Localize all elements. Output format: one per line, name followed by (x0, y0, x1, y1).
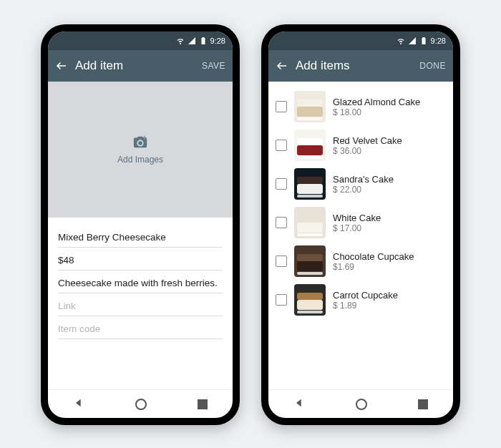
list-item[interactable]: White Cake $ 17.00 (276, 203, 446, 242)
item-price: $ 17.00 (333, 223, 446, 233)
done-button[interactable]: DONE (419, 61, 446, 71)
list-item[interactable]: Glazed Almond Cake $ 18.00 (276, 87, 446, 126)
item-link-input[interactable] (58, 293, 223, 316)
list-item[interactable]: Chocolate Cupcake $1.69 (276, 242, 446, 281)
item-thumb (294, 284, 326, 316)
back-button[interactable] (55, 59, 72, 72)
nav-back[interactable] (73, 397, 84, 412)
checkbox[interactable] (276, 217, 287, 228)
status-bar: 9:28 (48, 31, 233, 50)
app-bar: Add items DONE (268, 50, 453, 82)
item-price-input[interactable] (58, 248, 223, 271)
nav-recent[interactable] (418, 399, 428, 409)
android-nav (48, 389, 233, 418)
triangle-left-icon (293, 397, 305, 409)
arrow-left-icon (276, 59, 288, 72)
item-text: Chocolate Cupcake $1.69 (333, 251, 446, 272)
add-images-zone[interactable]: Add Images (48, 82, 233, 218)
checkbox[interactable] (276, 255, 287, 267)
android-nav (268, 389, 453, 418)
signal-icon (408, 36, 417, 45)
battery-icon (199, 36, 208, 45)
list-item[interactable]: Red Velvet Cake $ 36.00 (276, 126, 446, 165)
item-thumb (294, 168, 326, 200)
item-code-input[interactable] (58, 316, 223, 339)
camera-plus-icon (132, 135, 148, 150)
item-text: Carrot Cupcake $ 1.89 (333, 290, 446, 311)
phone-right: 9:28 Add items DONE Glazed Almond Cake $… (261, 24, 460, 425)
back-button[interactable] (276, 59, 293, 72)
item-thumb (294, 207, 326, 238)
item-name-input[interactable] (58, 225, 223, 248)
wifi-icon (397, 36, 405, 45)
item-name: Carrot Cupcake (333, 290, 446, 301)
wifi-icon (176, 36, 185, 45)
item-thumb (294, 91, 326, 122)
app-title: Add items (293, 59, 419, 73)
triangle-left-icon (73, 397, 84, 409)
item-name: White Cake (333, 213, 446, 223)
item-price: $ 36.00 (333, 146, 446, 156)
item-name: Sandra's Cake (333, 174, 446, 185)
item-list: Glazed Almond Cake $ 18.00 Red Velvet Ca… (268, 82, 453, 389)
battery-icon (419, 36, 428, 45)
status-time: 9:28 (431, 36, 446, 45)
item-text: Red Velvet Cake $ 36.00 (333, 135, 446, 156)
item-price: $ 18.00 (333, 107, 446, 117)
fields (48, 218, 233, 339)
item-name: Chocolate Cupcake (333, 251, 446, 262)
item-price: $1.69 (333, 262, 446, 272)
status-time: 9:28 (210, 36, 225, 45)
list-item[interactable]: Carrot Cupcake $ 1.89 (276, 281, 446, 319)
item-name: Glazed Almond Cake (333, 97, 446, 107)
item-thumb (294, 245, 326, 277)
status-bar: 9:28 (268, 31, 453, 50)
screen-right: 9:28 Add items DONE Glazed Almond Cake $… (268, 31, 453, 418)
content-left: Add Images (48, 82, 233, 389)
item-text: Sandra's Cake $ 22.00 (333, 174, 446, 195)
item-desc-input[interactable] (58, 271, 223, 293)
item-text: White Cake $ 17.00 (333, 213, 446, 233)
checkbox[interactable] (276, 178, 287, 190)
checkbox[interactable] (276, 294, 287, 306)
checkbox[interactable] (276, 101, 287, 112)
nav-home[interactable] (356, 399, 367, 410)
item-thumb (294, 130, 326, 161)
signal-icon (188, 36, 196, 45)
checkbox[interactable] (276, 140, 287, 151)
screen-left: 9:28 Add item SAVE Add Images (48, 31, 233, 418)
item-name: Red Velvet Cake (333, 135, 446, 146)
item-text: Glazed Almond Cake $ 18.00 (333, 97, 446, 117)
list-item[interactable]: Sandra's Cake $ 22.00 (276, 165, 446, 203)
app-bar: Add item SAVE (48, 50, 233, 82)
save-button[interactable]: SAVE (202, 61, 225, 71)
app-title: Add item (72, 59, 202, 73)
item-price: $ 1.89 (333, 301, 446, 311)
arrow-left-icon (55, 59, 68, 72)
phone-left: 9:28 Add item SAVE Add Images (41, 24, 240, 425)
nav-back[interactable] (293, 397, 305, 412)
add-images-label: Add Images (117, 155, 163, 165)
nav-recent[interactable] (198, 399, 208, 409)
item-price: $ 22.00 (333, 185, 446, 195)
nav-home[interactable] (135, 399, 147, 410)
